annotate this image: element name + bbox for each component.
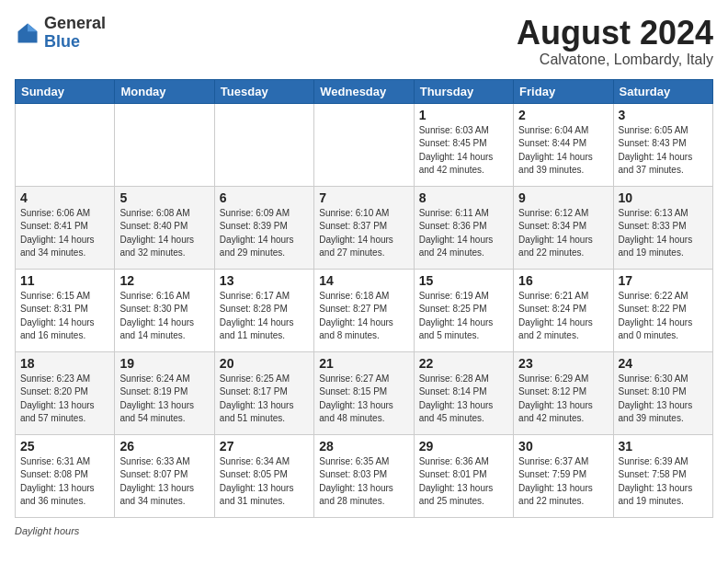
calendar-day-cell: 1Sunrise: 6:03 AM Sunset: 8:45 PM Daylig… xyxy=(414,103,513,186)
day-number: 30 xyxy=(518,439,608,454)
day-info: Sunrise: 6:39 AM Sunset: 7:58 PM Dayligh… xyxy=(619,455,708,509)
calendar-day-cell: 28Sunrise: 6:35 AM Sunset: 8:03 PM Dayli… xyxy=(314,434,414,517)
day-number: 25 xyxy=(20,439,109,454)
day-number: 23 xyxy=(518,356,608,371)
day-info: Sunrise: 6:34 AM Sunset: 8:05 PM Dayligh… xyxy=(220,455,309,509)
day-info: Sunrise: 6:12 AM Sunset: 8:34 PM Dayligh… xyxy=(518,207,608,260)
calendar-header: SundayMondayTuesdayWednesdayThursdayFrid… xyxy=(16,79,713,103)
weekday-header-cell: Monday xyxy=(115,79,214,103)
day-info: Sunrise: 6:05 AM Sunset: 8:43 PM Dayligh… xyxy=(619,124,708,178)
day-info: Sunrise: 6:09 AM Sunset: 8:39 PM Dayligh… xyxy=(220,207,309,260)
calendar-day-cell: 24Sunrise: 6:30 AM Sunset: 8:10 PM Dayli… xyxy=(613,351,712,434)
calendar-day-cell: 13Sunrise: 6:17 AM Sunset: 8:28 PM Dayli… xyxy=(214,269,313,351)
day-info: Sunrise: 6:10 AM Sunset: 8:37 PM Dayligh… xyxy=(319,207,408,260)
day-number: 2 xyxy=(518,108,608,122)
day-number: 24 xyxy=(619,356,708,371)
day-number: 16 xyxy=(518,273,608,288)
calendar-day-cell: 30Sunrise: 6:37 AM Sunset: 7:59 PM Dayli… xyxy=(514,434,613,517)
calendar-day-cell: 7Sunrise: 6:10 AM Sunset: 8:37 PM Daylig… xyxy=(314,186,414,269)
calendar-body: 1Sunrise: 6:03 AM Sunset: 8:45 PM Daylig… xyxy=(16,103,713,517)
calendar-day-cell: 16Sunrise: 6:21 AM Sunset: 8:24 PM Dayli… xyxy=(514,269,613,351)
day-info: Sunrise: 6:33 AM Sunset: 8:07 PM Dayligh… xyxy=(119,455,209,509)
day-number: 31 xyxy=(619,439,708,454)
day-info: Sunrise: 6:25 AM Sunset: 8:17 PM Dayligh… xyxy=(220,373,309,426)
weekday-header-cell: Sunday xyxy=(16,79,115,103)
calendar-day-cell: 25Sunrise: 6:31 AM Sunset: 8:08 PM Dayli… xyxy=(16,434,115,517)
day-number: 7 xyxy=(319,190,408,205)
title-block: August 2024 Calvatone, Lombardy, Italy xyxy=(517,15,713,68)
weekday-header-cell: Tuesday xyxy=(214,79,313,103)
calendar-table: SundayMondayTuesdayWednesdayThursdayFrid… xyxy=(15,79,713,518)
calendar-week-row: 25Sunrise: 6:31 AM Sunset: 8:08 PM Dayli… xyxy=(16,434,713,517)
calendar-day-cell: 2Sunrise: 6:04 AM Sunset: 8:44 PM Daylig… xyxy=(514,103,613,186)
day-info: Sunrise: 6:23 AM Sunset: 8:20 PM Dayligh… xyxy=(20,373,109,426)
day-number: 4 xyxy=(20,190,109,205)
day-info: Sunrise: 6:17 AM Sunset: 8:28 PM Dayligh… xyxy=(220,290,309,343)
day-info: Sunrise: 6:11 AM Sunset: 8:36 PM Dayligh… xyxy=(419,207,508,260)
page-header: General Blue August 2024 Calvatone, Lomb… xyxy=(15,15,713,68)
day-info: Sunrise: 6:19 AM Sunset: 8:25 PM Dayligh… xyxy=(419,290,508,343)
day-info: Sunrise: 6:27 AM Sunset: 8:15 PM Dayligh… xyxy=(319,373,408,426)
calendar-day-cell: 15Sunrise: 6:19 AM Sunset: 8:25 PM Dayli… xyxy=(414,269,513,351)
calendar-day-cell: 19Sunrise: 6:24 AM Sunset: 8:19 PM Dayli… xyxy=(115,351,214,434)
calendar-day-cell: 26Sunrise: 6:33 AM Sunset: 8:07 PM Dayli… xyxy=(115,434,214,517)
day-number: 8 xyxy=(419,190,508,205)
calendar-day-cell: 6Sunrise: 6:09 AM Sunset: 8:39 PM Daylig… xyxy=(214,186,313,269)
month-year: August 2024 xyxy=(517,15,713,52)
day-info: Sunrise: 6:04 AM Sunset: 8:44 PM Dayligh… xyxy=(518,124,608,178)
calendar-day-cell: 22Sunrise: 6:28 AM Sunset: 8:14 PM Dayli… xyxy=(414,351,513,434)
day-number: 13 xyxy=(220,273,309,288)
day-number: 11 xyxy=(20,273,109,288)
calendar-day-cell: 21Sunrise: 6:27 AM Sunset: 8:15 PM Dayli… xyxy=(314,351,414,434)
calendar-day-cell: 29Sunrise: 6:36 AM Sunset: 8:01 PM Dayli… xyxy=(414,434,513,517)
svg-marker-1 xyxy=(28,23,38,31)
day-number: 10 xyxy=(619,190,708,205)
calendar-week-row: 1Sunrise: 6:03 AM Sunset: 8:45 PM Daylig… xyxy=(16,103,713,186)
day-info: Sunrise: 6:30 AM Sunset: 8:10 PM Dayligh… xyxy=(619,373,708,426)
daylight-label: Daylight hours xyxy=(15,525,79,536)
calendar-day-cell: 23Sunrise: 6:29 AM Sunset: 8:12 PM Dayli… xyxy=(514,351,613,434)
logo-general: General xyxy=(44,15,106,33)
day-number: 19 xyxy=(119,356,209,371)
day-info: Sunrise: 6:13 AM Sunset: 8:33 PM Dayligh… xyxy=(619,207,708,260)
day-number: 6 xyxy=(220,190,309,205)
calendar-day-cell: 11Sunrise: 6:15 AM Sunset: 8:31 PM Dayli… xyxy=(16,269,115,351)
day-info: Sunrise: 6:18 AM Sunset: 8:27 PM Dayligh… xyxy=(319,290,408,343)
day-number: 18 xyxy=(20,356,109,371)
day-info: Sunrise: 6:31 AM Sunset: 8:08 PM Dayligh… xyxy=(20,455,109,509)
day-number: 22 xyxy=(419,356,508,371)
day-info: Sunrise: 6:15 AM Sunset: 8:31 PM Dayligh… xyxy=(20,290,109,343)
day-info: Sunrise: 6:35 AM Sunset: 8:03 PM Dayligh… xyxy=(319,455,408,509)
day-info: Sunrise: 6:03 AM Sunset: 8:45 PM Dayligh… xyxy=(419,124,508,178)
day-number: 29 xyxy=(419,439,508,454)
day-number: 12 xyxy=(119,273,209,288)
day-info: Sunrise: 6:21 AM Sunset: 8:24 PM Dayligh… xyxy=(518,290,608,343)
calendar-day-cell: 12Sunrise: 6:16 AM Sunset: 8:30 PM Dayli… xyxy=(115,269,214,351)
day-number: 27 xyxy=(220,439,309,454)
calendar-day-cell: 20Sunrise: 6:25 AM Sunset: 8:17 PM Dayli… xyxy=(214,351,313,434)
day-number: 14 xyxy=(319,273,408,288)
calendar-day-cell xyxy=(314,103,414,186)
day-info: Sunrise: 6:28 AM Sunset: 8:14 PM Dayligh… xyxy=(419,373,508,426)
day-info: Sunrise: 6:36 AM Sunset: 8:01 PM Dayligh… xyxy=(419,455,508,509)
day-info: Sunrise: 6:24 AM Sunset: 8:19 PM Dayligh… xyxy=(119,373,209,426)
day-number: 26 xyxy=(119,439,209,454)
day-info: Sunrise: 6:06 AM Sunset: 8:41 PM Dayligh… xyxy=(20,207,109,260)
day-number: 3 xyxy=(619,108,708,122)
day-info: Sunrise: 6:22 AM Sunset: 8:22 PM Dayligh… xyxy=(619,290,708,343)
day-number: 15 xyxy=(419,273,508,288)
weekday-header-cell: Thursday xyxy=(414,79,513,103)
day-number: 5 xyxy=(119,190,209,205)
calendar-day-cell: 14Sunrise: 6:18 AM Sunset: 8:27 PM Dayli… xyxy=(314,269,414,351)
weekday-header-cell: Saturday xyxy=(613,79,712,103)
weekday-header-cell: Wednesday xyxy=(314,79,414,103)
calendar-day-cell: 5Sunrise: 6:08 AM Sunset: 8:40 PM Daylig… xyxy=(115,186,214,269)
calendar-day-cell: 10Sunrise: 6:13 AM Sunset: 8:33 PM Dayli… xyxy=(613,186,712,269)
day-number: 1 xyxy=(419,108,508,122)
calendar-day-cell: 4Sunrise: 6:06 AM Sunset: 8:41 PM Daylig… xyxy=(16,186,115,269)
day-info: Sunrise: 6:16 AM Sunset: 8:30 PM Dayligh… xyxy=(119,290,209,343)
calendar-week-row: 4Sunrise: 6:06 AM Sunset: 8:41 PM Daylig… xyxy=(16,186,713,269)
day-number: 20 xyxy=(220,356,309,371)
day-number: 21 xyxy=(319,356,408,371)
weekday-header-cell: Friday xyxy=(514,79,613,103)
